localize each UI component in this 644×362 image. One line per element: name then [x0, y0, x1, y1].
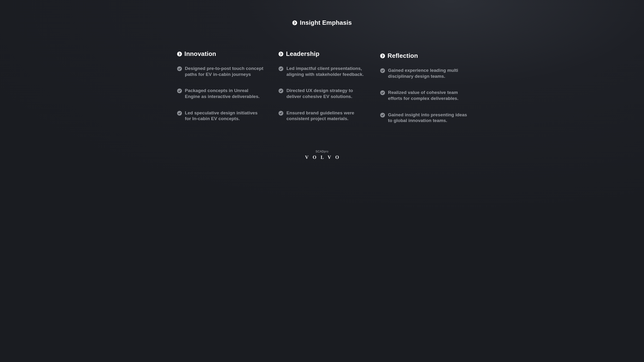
bullet-list: Gained experience leading multi discipli…	[380, 67, 467, 124]
list-item-text: Led impactful client presentations, alig…	[286, 66, 366, 77]
checkmark-circle-icon	[278, 66, 284, 71]
list-item: Gained experience leading multi discipli…	[380, 67, 467, 79]
list-item-text: Gained experience leading multi discipli…	[388, 67, 467, 79]
arrow-right-circle-icon	[177, 51, 182, 57]
svg-point-8	[278, 111, 283, 116]
column-heading: Leadership	[278, 50, 366, 57]
list-item: Ensured brand guidelines were consistent…	[278, 110, 366, 122]
checkmark-circle-icon	[380, 112, 385, 118]
list-item: Realized value of cohesive team efforts …	[380, 90, 467, 101]
list-item: Packaged concepts in Unreal Engine as in…	[177, 88, 264, 99]
bullet-list: Designed pre-to-post touch concept paths…	[177, 66, 264, 122]
column-heading: Innovation	[177, 50, 264, 57]
list-item-text: Directed UX design strategy to deliver c…	[286, 88, 366, 99]
checkmark-circle-icon	[177, 111, 182, 116]
svg-point-2	[177, 66, 182, 71]
slide: Insight Emphasis Innovation Designed pre…	[167, 19, 477, 160]
list-item-text: Ensured brand guidelines were consistent…	[286, 110, 366, 122]
arrow-right-circle-icon	[278, 51, 284, 57]
svg-point-7	[278, 88, 283, 93]
checkmark-circle-icon	[380, 68, 385, 73]
footer-logos: SCADpro VOLVO	[301, 150, 343, 160]
scadpro-text-scad: SCAD	[316, 150, 324, 153]
svg-point-9	[380, 53, 385, 58]
columns-container: Innovation Designed pre-to-post touch co…	[167, 50, 477, 124]
checkmark-circle-icon	[177, 66, 182, 71]
scadpro-logo: SCADpro	[316, 150, 328, 153]
svg-point-1	[177, 51, 182, 56]
svg-point-4	[177, 111, 182, 116]
svg-point-5	[278, 51, 283, 56]
checkmark-circle-icon	[278, 88, 284, 93]
slide-heading: Insight Emphasis	[292, 19, 352, 26]
list-item: Directed UX design strategy to deliver c…	[278, 88, 366, 99]
volvo-logo: VOLVO	[305, 155, 343, 160]
list-item-text: Packaged concepts in Unreal Engine as in…	[185, 88, 264, 99]
arrow-right-circle-icon	[380, 53, 385, 58]
checkmark-circle-icon	[278, 111, 284, 116]
list-item-text: Led speculative design initiatives for I…	[185, 110, 264, 122]
svg-point-3	[177, 88, 182, 93]
svg-point-11	[380, 90, 385, 95]
bullet-list: Led impactful client presentations, alig…	[278, 66, 366, 122]
column: Reflection Gained experience leading mul…	[380, 50, 467, 124]
svg-point-12	[380, 113, 385, 117]
slide-title: Insight Emphasis	[300, 19, 352, 26]
column-title: Leadership	[286, 50, 320, 57]
scadpro-text-pro: pro	[324, 150, 328, 153]
list-item: Led speculative design initiatives for I…	[177, 110, 264, 122]
svg-point-6	[278, 66, 283, 71]
list-item: Gained insight into presenting ideas to …	[380, 112, 467, 124]
svg-point-0	[292, 20, 297, 25]
list-item-text: Realized value of cohesive team efforts …	[388, 90, 467, 101]
list-item: Designed pre-to-post touch concept paths…	[177, 66, 264, 77]
arrow-right-circle-icon	[292, 20, 297, 25]
column-title: Innovation	[184, 50, 216, 57]
column: Innovation Designed pre-to-post touch co…	[177, 50, 264, 124]
column-title: Reflection	[388, 52, 418, 59]
list-item-text: Gained insight into presenting ideas to …	[388, 112, 467, 124]
svg-point-10	[380, 68, 385, 73]
list-item: Led impactful client presentations, alig…	[278, 66, 366, 77]
column-heading: Reflection	[380, 52, 467, 59]
checkmark-circle-icon	[380, 90, 385, 95]
column: Leadership Led impactful client presenta…	[278, 50, 366, 124]
checkmark-circle-icon	[177, 88, 182, 93]
list-item-text: Designed pre-to-post touch concept paths…	[185, 66, 264, 77]
